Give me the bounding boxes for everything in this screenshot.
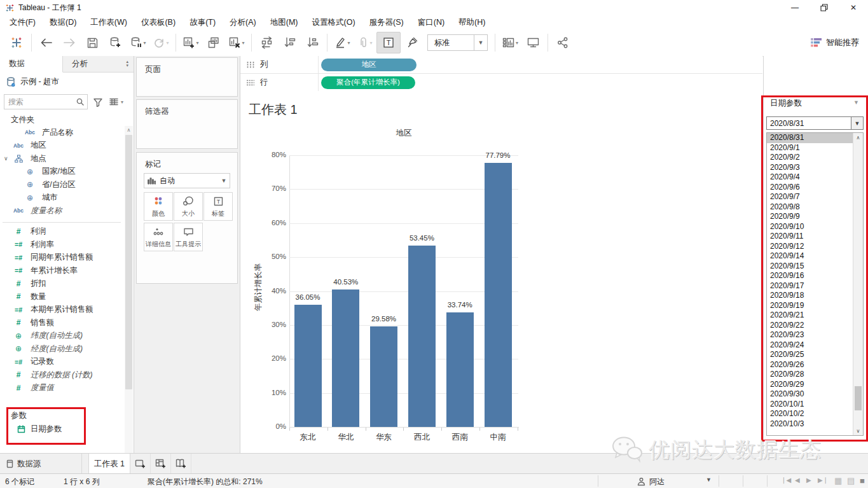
parameter-list-scrollbar[interactable]: ∧ ∨ <box>853 133 863 435</box>
field-12[interactable]: #折扣 <box>0 277 123 291</box>
pane-sort-icon[interactable]: ▴▾ <box>126 60 128 67</box>
save-button[interactable] <box>81 32 104 53</box>
pill-agg-growth[interactable]: 聚合(年累计增长率) <box>321 76 415 89</box>
swap-axes-button[interactable] <box>255 32 278 53</box>
field-20[interactable]: #度量值 <box>0 382 123 395</box>
field-4[interactable]: ⊕省/自治区 <box>0 178 123 192</box>
parameter-dropdown-icon[interactable]: ▼ <box>851 117 863 129</box>
field-15[interactable]: #销售额 <box>0 316 123 330</box>
new-worksheet-button[interactable]: ▾ <box>179 32 202 53</box>
menu-item-5[interactable]: 分析(A) <box>223 15 263 29</box>
field-16[interactable]: ⊕纬度(自动生成) <box>0 330 123 343</box>
field-0[interactable]: Abc产品名称 <box>0 126 123 139</box>
pages-card[interactable]: 页面 <box>136 57 238 97</box>
menu-item-2[interactable]: 工作表(W) <box>83 15 134 29</box>
filter-fields-icon[interactable] <box>93 97 103 107</box>
date-option-21[interactable]: 2020/9/24 <box>767 340 853 351</box>
show-sheet-sorter-button[interactable]: ▦ <box>834 476 842 485</box>
first-sheet-button[interactable]: ❘◀ <box>781 477 791 484</box>
menu-item-7[interactable]: 设置格式(O) <box>305 15 362 29</box>
view-options-icon[interactable] <box>109 97 119 106</box>
date-option-14[interactable]: 2020/9/16 <box>767 271 853 281</box>
detail-button[interactable]: 详细信息 <box>144 223 173 251</box>
user-menu[interactable]: 阿达 <box>649 477 665 487</box>
mark-type-dropdown[interactable]: 自动 ▼ <box>144 173 230 188</box>
menu-item-6[interactable]: 地图(M) <box>263 15 305 29</box>
field-6[interactable]: Abc度量名称 <box>0 204 123 218</box>
show-filmstrip-button[interactable]: ▤ <box>847 476 855 485</box>
user-menu-caret-icon[interactable]: ▼ <box>706 477 712 483</box>
filters-card[interactable]: 筛选器 <box>136 99 238 149</box>
bar-华北[interactable] <box>332 289 359 427</box>
menu-item-4[interactable]: 故事(T) <box>183 15 223 29</box>
date-option-28[interactable]: 2020/10/2 <box>767 409 853 419</box>
fields-scrollbar[interactable]: ∧ ∨ <box>125 126 133 465</box>
field-18[interactable]: =#记录数 <box>0 356 123 369</box>
expander-icon[interactable]: ∨ <box>4 155 8 162</box>
field-17[interactable]: ⊕经度(自动生成) <box>0 342 123 356</box>
share-button[interactable] <box>551 32 574 53</box>
show-tabs-button[interactable]: ■ <box>860 476 865 485</box>
menu-item-9[interactable]: 窗口(N) <box>411 15 451 29</box>
refresh-button[interactable]: ▾ <box>149 32 172 53</box>
restore-button[interactable] <box>809 0 839 15</box>
field-1[interactable]: Abc地区 <box>0 139 123 153</box>
menu-item-3[interactable]: 仪表板(B) <box>134 15 183 29</box>
field-5[interactable]: ⊕城市 <box>0 192 123 205</box>
bar-东北[interactable] <box>294 305 322 427</box>
parameter-field-date[interactable]: 日期参数 <box>0 422 123 436</box>
date-option-10[interactable]: 2020/9/11 <box>767 232 853 242</box>
sort-descending-button[interactable] <box>301 32 324 53</box>
show-hide-cards-button[interactable]: ▾ <box>499 32 521 53</box>
sort-ascending-button[interactable] <box>278 32 301 53</box>
date-option-1[interactable]: 2020/9/1 <box>767 143 853 153</box>
new-worksheet-tab-button[interactable] <box>130 454 151 474</box>
new-datasource-button[interactable] <box>104 32 127 53</box>
close-button[interactable]: ✕ <box>839 0 868 15</box>
tableau-home-button[interactable] <box>5 32 28 53</box>
field-2[interactable]: ∨地点 <box>0 152 123 165</box>
tooltip-button[interactable]: 工具提示 <box>174 223 203 251</box>
presentation-mode-button[interactable] <box>521 32 544 53</box>
date-option-4[interactable]: 2020/9/4 <box>767 172 853 183</box>
field-14[interactable]: =#本期年累计销售额 <box>0 303 123 317</box>
datasource-tab[interactable]: 数据源 <box>0 454 82 474</box>
date-option-12[interactable]: 2020/9/14 <box>767 251 853 261</box>
show-me-button[interactable]: 智能推荐 <box>809 29 859 56</box>
tab-data[interactable]: 数据 <box>0 56 63 73</box>
field-11[interactable]: =#年累计增长率 <box>0 264 123 277</box>
date-option-11[interactable]: 2020/9/12 <box>767 242 853 252</box>
attach-button[interactable]: ▾ <box>354 32 376 53</box>
bar-华东[interactable] <box>370 326 397 427</box>
tab-analytics[interactable]: 分析 <box>63 56 97 72</box>
date-option-8[interactable]: 2020/9/9 <box>767 212 853 222</box>
next-sheet-button[interactable]: ▶ <box>806 477 811 484</box>
show-mark-labels-button[interactable]: T <box>376 32 401 53</box>
menu-item-0[interactable]: 文件(F) <box>3 15 43 29</box>
clear-sheet-button[interactable]: ▾ <box>225 32 248 53</box>
columns-shelf[interactable]: 列 地区 <box>240 56 762 74</box>
color-button[interactable]: 颜色 <box>144 192 173 221</box>
field-19[interactable]: #迁移的数据 (计数) <box>0 368 123 382</box>
menu-item-1[interactable]: 数据(D) <box>43 15 83 29</box>
date-option-0[interactable]: 2020/8/31 <box>767 133 853 143</box>
pause-updates-button[interactable]: ▾ <box>127 32 149 53</box>
bar-西北[interactable] <box>408 246 436 427</box>
date-option-3[interactable]: 2020/9/3 <box>767 163 853 173</box>
date-option-19[interactable]: 2020/9/22 <box>767 321 853 331</box>
highlight-button[interactable]: ▾ <box>331 32 354 53</box>
date-option-9[interactable]: 2020/9/10 <box>767 222 853 232</box>
date-option-24[interactable]: 2020/9/28 <box>767 370 853 380</box>
date-option-16[interactable]: 2020/9/18 <box>767 291 853 301</box>
fit-selector[interactable]: 标准 ▼ <box>427 34 488 51</box>
size-button[interactable]: 大小 <box>174 192 203 221</box>
field-9[interactable]: =#利润率 <box>0 238 123 251</box>
fix-axes-button[interactable] <box>401 32 424 53</box>
new-story-tab-button[interactable] <box>171 454 191 474</box>
new-dashboard-tab-button[interactable] <box>151 454 171 474</box>
date-option-17[interactable]: 2020/9/19 <box>767 301 853 311</box>
parameter-combobox[interactable]: 2020/8/31 ▼ <box>766 116 864 130</box>
date-option-13[interactable]: 2020/9/15 <box>767 261 853 272</box>
date-option-18[interactable]: 2020/9/21 <box>767 310 853 321</box>
undo-button[interactable] <box>35 32 58 53</box>
